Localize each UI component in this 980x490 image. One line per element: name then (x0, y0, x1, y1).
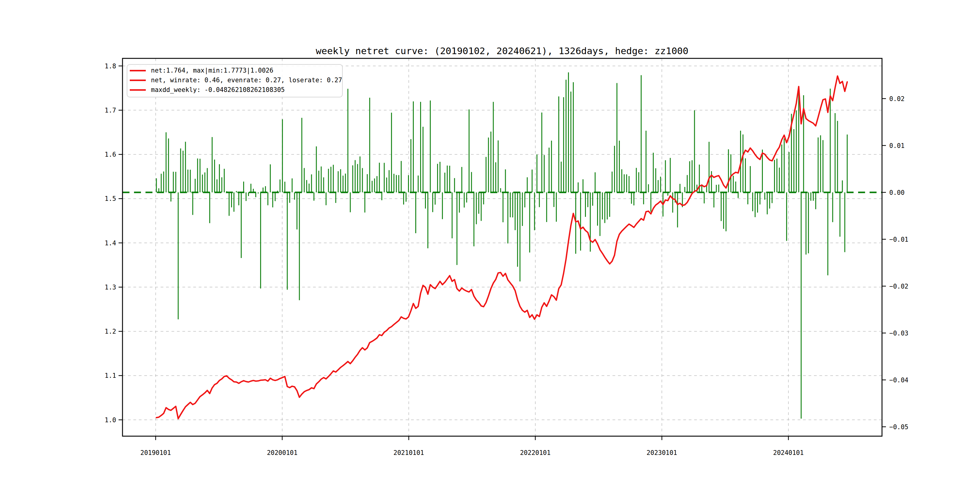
plot-border (123, 58, 882, 436)
left-axis-tick-label: 1.4 (105, 240, 116, 247)
weekly-return-bars (156, 72, 847, 418)
chart-title: weekly netret curve: (20190102, 20240621… (316, 45, 689, 56)
x-axis-tick-label: 20230101 (647, 449, 677, 457)
legend-entry-label: net:1.764, max|min:1.7773|1.0026 (151, 67, 274, 74)
right-axis-tick-label: −0.03 (889, 330, 908, 337)
right-axis-tick-label: −0.02 (889, 283, 908, 290)
x-axis-tick-label: 20210101 (393, 449, 424, 457)
left-axis-tick-label: 1.1 (105, 372, 116, 379)
legend-box: net:1.764, max|min:1.7773|1.0026net, win… (127, 64, 343, 97)
left-axis-tick-label: 1.5 (105, 195, 116, 202)
right-axis-tick-label: 0.01 (889, 142, 905, 150)
left-axis-tick-label: 1.8 (105, 63, 116, 70)
left-axis-tick-label: 1.6 (105, 151, 116, 158)
right-axis-tick-label: −0.05 (889, 423, 908, 431)
matplotlib-figure: 1.81.71.61.51.41.31.21.11.00.020.010.00−… (0, 0, 980, 490)
legend-line-swatch (130, 70, 146, 72)
x-axis-tick-label: 20190101 (140, 449, 171, 457)
right-axis-tick-label: −0.01 (889, 236, 908, 243)
legend-row: net, winrate: 0.46, evenrate: 0.27, lose… (130, 75, 342, 85)
legend-entry-label: net, winrate: 0.46, evenrate: 0.27, lose… (151, 76, 342, 84)
x-axis-tick-label: 20240101 (773, 449, 803, 457)
right-axis-tick-label: −0.04 (889, 377, 908, 384)
right-axis-tick-label: 0.02 (889, 95, 905, 103)
legend-line-swatch (130, 80, 146, 81)
legend-row: maxdd_weekly: -0.048262108262108305 (130, 85, 342, 95)
legend-line-swatch (130, 89, 146, 91)
left-axis-tick-label: 1.0 (105, 417, 116, 424)
x-axis-tick-label: 20220101 (520, 449, 550, 457)
legend-entry-label: maxdd_weekly: -0.048262108262108305 (151, 86, 285, 94)
legend-row: net:1.764, max|min:1.7773|1.0026 (130, 66, 342, 75)
left-axis-tick-label: 1.7 (105, 107, 116, 114)
net-curve (156, 76, 847, 418)
x-axis-tick-label: 20200101 (267, 449, 298, 457)
right-axis-tick-label: 0.00 (889, 189, 905, 196)
left-axis-tick-label: 1.3 (105, 284, 116, 291)
left-axis-tick-label: 1.2 (105, 328, 116, 335)
